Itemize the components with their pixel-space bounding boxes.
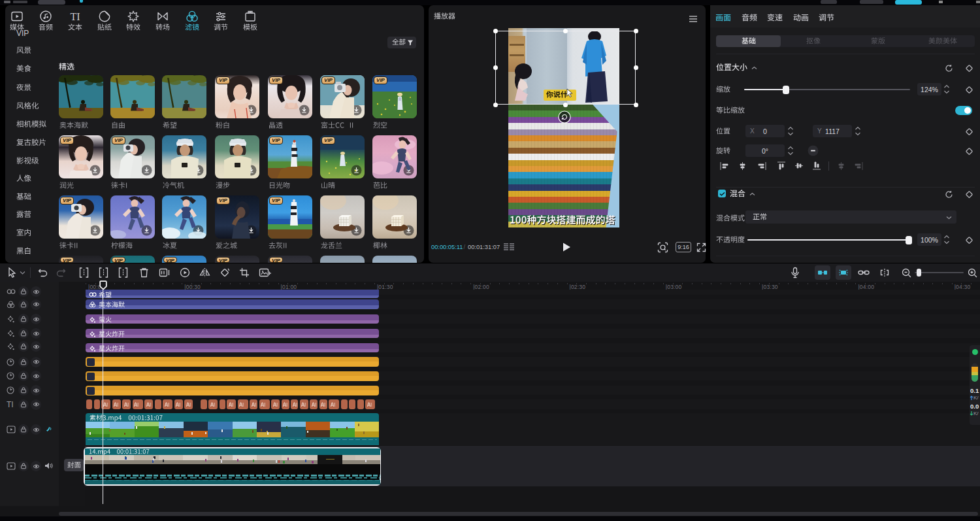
- svg-text:TI: TI: [70, 11, 80, 22]
